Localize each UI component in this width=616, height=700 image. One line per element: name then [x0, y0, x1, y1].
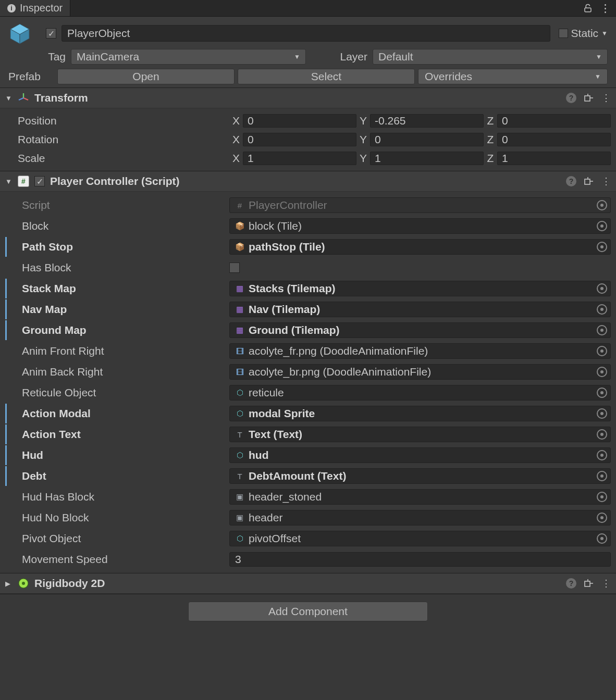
rotation-label: Rotation	[5, 133, 229, 146]
text-icon: T	[235, 471, 244, 481]
gameobject-cube-icon[interactable]	[8, 22, 31, 45]
scale-x-field[interactable]: 1	[243, 152, 356, 165]
object-picker-icon[interactable]	[597, 200, 607, 210]
tilemap-icon: ▦	[235, 284, 244, 293]
property-label: Has Block	[5, 261, 229, 274]
preset-icon[interactable]	[584, 578, 594, 589]
object-reference-field[interactable]: 🎞acolyte_fr.png (DoodleAnimationFile)	[229, 343, 611, 359]
player-controller-header[interactable]: ▼ # Player Controller (Script) ? ⋮	[0, 171, 616, 192]
property-label: Debt	[5, 470, 229, 482]
rotation-x-field[interactable]: 0	[243, 133, 356, 146]
object-picker-icon[interactable]	[597, 242, 607, 252]
kebab-icon[interactable]: ⋮	[601, 176, 611, 187]
object-reference-value: Nav (Tilemap)	[249, 303, 593, 316]
object-reference-field[interactable]: 📦pathStop (Tile)	[229, 239, 611, 255]
component-enabled-checkbox[interactable]	[34, 176, 45, 186]
image-icon: ▣	[235, 492, 244, 502]
asset-icon: 📦	[235, 242, 244, 252]
object-picker-icon[interactable]	[597, 283, 607, 294]
position-y-field[interactable]: -0.265	[370, 114, 484, 128]
lock-icon[interactable]	[583, 4, 593, 13]
object-reference-field[interactable]: 📦block (Tile)	[229, 218, 611, 234]
cube-icon: ⬡	[235, 451, 244, 460]
info-icon: i	[7, 4, 16, 12]
tag-value: MainCamera	[77, 51, 139, 63]
property-label: Hud No Block	[5, 511, 229, 524]
object-reference-value: Stacks (Tilemap)	[249, 282, 593, 295]
object-picker-icon[interactable]	[597, 221, 607, 231]
object-reference-field[interactable]: TText (Text)	[229, 427, 611, 442]
property-label: Nav Map	[5, 303, 229, 316]
object-reference-value: Text (Text)	[249, 428, 593, 441]
rotation-y-field[interactable]: 0	[370, 133, 484, 146]
object-reference-field[interactable]: ⬡pivotOffset	[229, 531, 611, 546]
add-component-button[interactable]: Add Component	[188, 602, 428, 621]
object-picker-icon[interactable]	[597, 533, 607, 544]
object-reference-field[interactable]: ▦Nav (Tilemap)	[229, 302, 611, 317]
preset-icon[interactable]	[584, 93, 594, 103]
kebab-icon[interactable]: ⋮	[601, 92, 611, 104]
scale-z-field[interactable]: 1	[497, 152, 611, 165]
preset-icon[interactable]	[584, 176, 594, 186]
object-picker-icon[interactable]	[597, 512, 607, 523]
rigidbody2d-header[interactable]: ▶ Rigidbody 2D ? ⋮	[0, 573, 616, 594]
object-reference-value: modal Sprite	[249, 407, 593, 420]
help-icon[interactable]: ?	[566, 578, 576, 589]
position-x-field[interactable]: 0	[243, 114, 356, 128]
prefab-open-button[interactable]: Open	[57, 69, 235, 84]
object-picker-icon[interactable]	[597, 429, 607, 440]
kebab-icon[interactable]: ⋮	[601, 578, 611, 589]
object-reference-field[interactable]: ▦Stacks (Tilemap)	[229, 281, 611, 296]
help-icon[interactable]: ?	[566, 93, 576, 103]
property-label: Anim Front Right	[5, 345, 229, 357]
object-picker-icon[interactable]	[597, 325, 607, 335]
object-reference-field[interactable]: ▣header_stoned	[229, 489, 611, 505]
static-dropdown-icon[interactable]: ▼	[601, 30, 608, 37]
tag-dropdown[interactable]: MainCamera ▼	[71, 49, 306, 65]
script-icon: #	[18, 176, 29, 187]
object-picker-icon[interactable]	[597, 346, 607, 356]
prefab-overrides-dropdown[interactable]: Overrides ▼	[418, 69, 608, 84]
prefab-select-button[interactable]: Select	[238, 69, 415, 84]
active-checkbox[interactable]	[46, 28, 56, 39]
object-picker-icon[interactable]	[597, 304, 607, 315]
property-value-field[interactable]: 3	[229, 552, 611, 567]
object-reference-field[interactable]: ⬡reticule	[229, 385, 611, 401]
svg-rect-0	[585, 8, 591, 12]
property-label: Path Stop	[5, 241, 229, 253]
foldout-icon[interactable]: ▼	[5, 178, 13, 185]
position-z-field[interactable]: 0	[497, 114, 611, 128]
object-picker-icon[interactable]	[597, 388, 607, 398]
tab-inspector[interactable]: i Inspector	[0, 0, 70, 16]
chevron-down-icon: ▼	[595, 73, 601, 80]
property-checkbox[interactable]	[229, 262, 240, 273]
object-reference-field[interactable]: ⬡modal Sprite	[229, 406, 611, 421]
static-checkbox[interactable]	[559, 29, 568, 38]
object-picker-icon[interactable]	[597, 367, 607, 377]
rotation-z-field[interactable]: 0	[497, 133, 611, 146]
help-icon[interactable]: ?	[566, 176, 576, 186]
image-icon: ▣	[235, 513, 244, 522]
object-reference-field[interactable]: 🎞acolyte_br.png (DoodleAnimationFile)	[229, 364, 611, 380]
object-name-field[interactable]: PlayerObject	[61, 25, 550, 42]
object-reference-field[interactable]: ⬡hud	[229, 447, 611, 463]
override-indicator	[5, 466, 7, 486]
foldout-icon[interactable]: ▶	[5, 580, 13, 588]
object-reference-field[interactable]: ▦Ground (Tilemap)	[229, 322, 611, 338]
object-reference-field[interactable]: ▣header	[229, 510, 611, 526]
layer-dropdown[interactable]: Default ▼	[373, 49, 608, 65]
scale-y-field[interactable]: 1	[370, 152, 484, 165]
foldout-icon[interactable]: ▼	[5, 94, 13, 102]
object-picker-icon[interactable]	[597, 471, 607, 481]
script-label: Script	[5, 199, 229, 211]
tab-bar: i Inspector ⋮	[0, 0, 616, 17]
object-picker-icon[interactable]	[597, 408, 607, 419]
svg-point-14	[22, 582, 25, 585]
object-reference-field[interactable]: TDebtAmount (Text)	[229, 468, 611, 484]
object-picker-icon[interactable]	[597, 450, 607, 460]
object-picker-icon[interactable]	[597, 492, 607, 502]
transform-header[interactable]: ▼ Transform ? ⋮	[0, 88, 616, 108]
property-label: Ground Map	[5, 324, 229, 336]
kebab-icon[interactable]: ⋮	[600, 2, 611, 15]
property-label: Hud	[5, 449, 229, 461]
